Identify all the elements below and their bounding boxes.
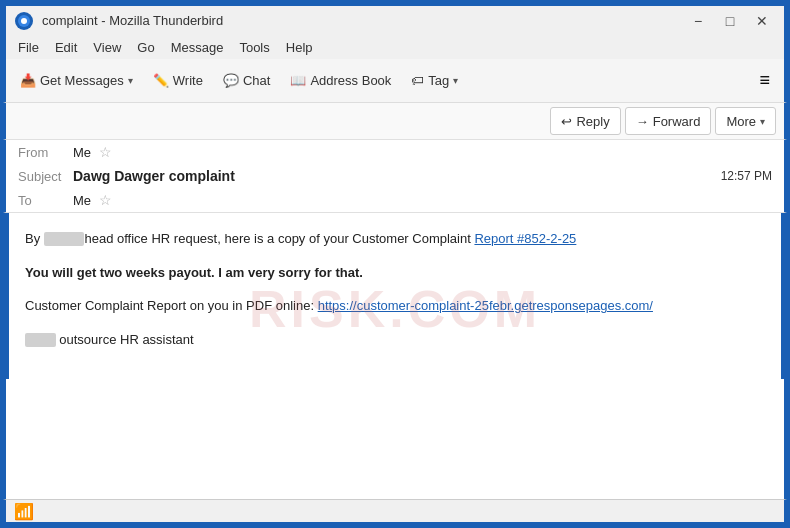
svg-point-2 xyxy=(21,18,27,24)
line2-bold: You will get two weeks payout. I am very… xyxy=(25,265,363,280)
menu-view[interactable]: View xyxy=(85,35,129,59)
to-label: To xyxy=(18,193,73,208)
email-body: By head office HR request, here is a cop… xyxy=(6,213,784,379)
app-icon xyxy=(14,11,34,31)
email-body-wrapper: By head office HR request, here is a cop… xyxy=(3,213,787,499)
from-label: From xyxy=(18,145,73,160)
subject-row: Subject Dawg Dawger complaint 12:57 PM xyxy=(6,164,784,188)
toolbar: 📥 Get Messages ▾ ✏️ Write 💬 Chat 📖 Addre… xyxy=(3,59,787,103)
maximize-button[interactable]: □ xyxy=(716,10,744,32)
forward-button[interactable]: → Forward xyxy=(625,107,712,135)
email-line4: outsource HR assistant xyxy=(25,330,765,350)
app-window: complaint - Mozilla Thunderbird − □ ✕ Fi… xyxy=(0,0,790,528)
menu-help[interactable]: Help xyxy=(278,35,321,59)
more-dropdown-arrow: ▾ xyxy=(760,116,765,127)
to-star-icon[interactable]: ☆ xyxy=(99,192,112,208)
line4-text: outsource HR assistant xyxy=(59,332,193,347)
write-button[interactable]: ✏️ Write xyxy=(145,64,211,98)
window-title: complaint - Mozilla Thunderbird xyxy=(42,13,684,28)
to-value: Me ☆ xyxy=(73,192,772,208)
status-signal-icon: 📶 xyxy=(14,502,34,521)
tag-button[interactable]: 🏷 Tag ▾ xyxy=(403,64,466,98)
get-messages-icon: 📥 xyxy=(20,73,36,88)
from-row: From Me ☆ xyxy=(6,140,784,164)
line1-redacted xyxy=(44,232,85,246)
minimize-button[interactable]: − xyxy=(684,10,712,32)
reply-button[interactable]: ↩ Reply xyxy=(550,107,620,135)
status-bar: 📶 xyxy=(3,499,787,525)
email-line3: Customer Complaint Report on you in PDF … xyxy=(25,296,765,316)
menu-file[interactable]: File xyxy=(10,35,47,59)
chat-button[interactable]: 💬 Chat xyxy=(215,64,278,98)
tag-icon: 🏷 xyxy=(411,73,424,88)
window-controls: − □ ✕ xyxy=(684,10,776,32)
forward-icon: → xyxy=(636,114,649,129)
menu-bar: File Edit View Go Message Tools Help xyxy=(3,35,787,59)
subject-value: Dawg Dawger complaint xyxy=(73,168,721,184)
toolbar-menu-button[interactable]: ≡ xyxy=(751,66,778,95)
get-messages-dropdown-arrow: ▾ xyxy=(128,75,133,86)
title-bar: complaint - Mozilla Thunderbird − □ ✕ xyxy=(3,3,787,35)
menu-message[interactable]: Message xyxy=(163,35,232,59)
line1-prefix: By xyxy=(25,231,40,246)
tag-dropdown-arrow: ▾ xyxy=(453,75,458,86)
line1-text: head office HR request, here is a copy o… xyxy=(84,231,474,246)
write-icon: ✏️ xyxy=(153,73,169,88)
more-button[interactable]: More ▾ xyxy=(715,107,776,135)
from-value: Me ☆ xyxy=(73,144,772,160)
close-button[interactable]: ✕ xyxy=(748,10,776,32)
action-bar: ↩ Reply → Forward More ▾ xyxy=(3,103,787,140)
email-line2: You will get two weeks payout. I am very… xyxy=(25,263,765,283)
subject-label: Subject xyxy=(18,169,73,184)
email-line1: By head office HR request, here is a cop… xyxy=(25,229,765,249)
chat-icon: 💬 xyxy=(223,73,239,88)
complaint-link[interactable]: https://customer-complaint-25febr.getres… xyxy=(318,298,653,313)
address-book-button[interactable]: 📖 Address Book xyxy=(282,64,399,98)
from-star-icon[interactable]: ☆ xyxy=(99,144,112,160)
get-messages-button[interactable]: 📥 Get Messages ▾ xyxy=(12,64,141,98)
menu-edit[interactable]: Edit xyxy=(47,35,85,59)
address-book-icon: 📖 xyxy=(290,73,306,88)
email-time: 12:57 PM xyxy=(721,169,772,183)
line3-text: Customer Complaint Report on you in PDF … xyxy=(25,298,314,313)
reply-icon: ↩ xyxy=(561,114,572,129)
menu-tools[interactable]: Tools xyxy=(231,35,277,59)
report-link[interactable]: Report #852-2-25 xyxy=(474,231,576,246)
line4-redacted xyxy=(25,333,56,347)
menu-go[interactable]: Go xyxy=(129,35,162,59)
to-row: To Me ☆ xyxy=(6,188,784,212)
email-header: From Me ☆ Subject Dawg Dawger complaint … xyxy=(3,140,787,213)
